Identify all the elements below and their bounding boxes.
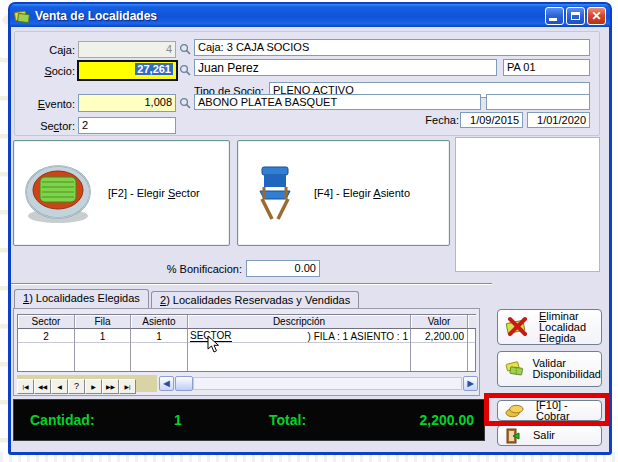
nav-next-page-button[interactable]: ▶▶ xyxy=(102,379,119,394)
cantidad-label: Cantidad: xyxy=(30,412,95,428)
totals-bar: Cantidad: 1 Total: 2,200.00 xyxy=(13,399,485,441)
grid-row-1[interactable]: 2 1 1 SECTOR) FILA : 1 ASIENTO : 1 2,200… xyxy=(18,329,475,343)
minimize-icon xyxy=(549,18,557,21)
app-icon xyxy=(14,8,30,23)
nav-last-button[interactable]: ▶| xyxy=(119,379,136,394)
evento-lookup-icon[interactable] xyxy=(179,97,191,109)
cell-valor: 2,200.00 xyxy=(411,329,468,343)
socio-input[interactable]: 27,261 xyxy=(77,60,178,81)
title-bar[interactable]: Venta de Localidades ✕ xyxy=(10,4,610,27)
socio-codigo-field: PA 01 xyxy=(503,59,590,76)
maximize-button[interactable] xyxy=(566,7,585,25)
nav-first-button[interactable]: |◀ xyxy=(17,379,34,394)
validar-disponibilidad-button[interactable]: Validar Disponibilidad xyxy=(497,351,602,387)
grid-row-empty xyxy=(18,343,475,357)
cantidad-value: 1 xyxy=(174,412,182,428)
eliminar-localidad-button[interactable]: Eliminar Localidad Elegida xyxy=(497,309,602,345)
tab-strip: 1) Localidades Elegidas 2) Localidades R… xyxy=(14,289,494,308)
nav-prior-page-button[interactable]: ◀◀ xyxy=(34,379,51,394)
caja-label: Caja: xyxy=(19,44,75,56)
tickets-icon xyxy=(505,357,525,381)
hscroll-thumb[interactable] xyxy=(175,376,193,391)
socio-label: Socio: xyxy=(19,65,75,77)
socio-nombre-field: Juan Perez xyxy=(194,59,497,76)
client-area: Caja: 4 Caja: 3 CAJA SOCIOS Socio: 27,26… xyxy=(11,27,609,455)
col-descripcion: Descripción xyxy=(188,315,411,329)
info-panel xyxy=(455,137,600,272)
evento-descripcion-field: ABONO PLATEA BASQUET xyxy=(194,94,481,110)
chair-icon xyxy=(252,165,298,221)
localidades-grid: Sector Fila Asiento Descripción Valor 2 … xyxy=(17,314,476,372)
col-fila: Fila xyxy=(75,315,131,329)
grid-navigator: |◀◀◀◀?▶▶▶▶| xyxy=(17,375,157,392)
section-divider xyxy=(11,283,492,285)
cell-asiento: 1 xyxy=(131,329,188,343)
close-icon: ✕ xyxy=(591,9,601,23)
elegir-asiento-button[interactable]: [F4] - Elegir Asiento xyxy=(237,140,450,246)
caja-info-field: Caja: 3 CAJA SOCIOS xyxy=(194,39,590,56)
caja-input[interactable]: 4 xyxy=(78,41,176,58)
window-title: Venta de Localidades xyxy=(35,9,543,23)
localidades-grid-panel: Sector Fila Asiento Descripción Valor 2 … xyxy=(13,308,480,396)
salir-label: Salir xyxy=(533,430,555,441)
nav-prior-button[interactable]: ◀ xyxy=(51,379,68,394)
hscroll-left-button[interactable]: ◀ xyxy=(159,376,174,391)
col-asiento: Asiento xyxy=(131,315,188,329)
elegir-sector-button[interactable]: [F2] - Elegir Sector xyxy=(13,140,230,246)
evento-label: Evento: xyxy=(19,98,75,110)
validar-label: Validar Disponibilidad xyxy=(533,358,602,380)
socio-lookup-icon[interactable] xyxy=(179,64,191,76)
venta-localidades-window: Venta de Localidades ✕ Caja: 4 Caja: 3 C… xyxy=(8,2,612,455)
tab-localidades-elegidas[interactable]: 1) Localidades Elegidas xyxy=(14,289,149,308)
fecha-hasta-field: 1/01/2020 xyxy=(527,112,590,128)
socio-selected-value: 27,261 xyxy=(135,63,173,75)
caja-lookup-icon[interactable] xyxy=(179,43,191,55)
close-button[interactable]: ✕ xyxy=(587,7,606,25)
elegir-sector-label: [F2] - Elegir Sector xyxy=(108,187,200,199)
exit-door-icon xyxy=(505,428,521,444)
evento-input[interactable]: 1,008 xyxy=(78,94,176,112)
evento-extra-field xyxy=(486,94,590,110)
elegir-asiento-label: [F4] - Elegir Asiento xyxy=(314,187,410,199)
bonificacion-label: % Bonificacion: xyxy=(141,263,242,275)
annotation-highlight-cobrar xyxy=(484,393,610,426)
maximize-icon xyxy=(571,12,580,20)
ticket-delete-icon xyxy=(505,314,531,340)
minimize-button[interactable] xyxy=(545,7,564,25)
cell-fila: 1 xyxy=(75,329,131,343)
stadium-icon xyxy=(22,160,94,226)
mouse-cursor xyxy=(207,335,220,353)
col-sector: Sector xyxy=(18,315,75,329)
cell-sector: 2 xyxy=(18,329,75,343)
bonificacion-input[interactable]: 0.00 xyxy=(246,260,320,277)
nav-refresh-button[interactable]: ? xyxy=(68,379,85,394)
salir-button[interactable]: Salir xyxy=(497,425,602,446)
total-label: Total: xyxy=(269,412,306,428)
total-value: 2,200.00 xyxy=(420,412,475,428)
tab-localidades-reservadas[interactable]: 2) Localidades Reservadas y Vendidas xyxy=(151,291,359,308)
fecha-desde-field: 1/09/2015 xyxy=(460,112,523,128)
eliminar-label: Eliminar Localidad Elegida xyxy=(539,311,586,344)
col-valor: Valor xyxy=(411,315,468,329)
sector-label: Sector: xyxy=(19,120,75,132)
grid-header-row: Sector Fila Asiento Descripción Valor xyxy=(18,315,475,329)
hscroll-right-button[interactable]: ▶ xyxy=(463,376,478,391)
sector-input[interactable]: 2 xyxy=(78,117,176,134)
col-filler xyxy=(468,315,476,329)
nav-next-button[interactable]: ▶ xyxy=(85,379,102,394)
fecha-label: Fecha: xyxy=(411,114,459,126)
cell-descripcion: SECTOR) FILA : 1 ASIENTO : 1 xyxy=(188,329,411,343)
hscroll-track[interactable] xyxy=(193,377,462,390)
